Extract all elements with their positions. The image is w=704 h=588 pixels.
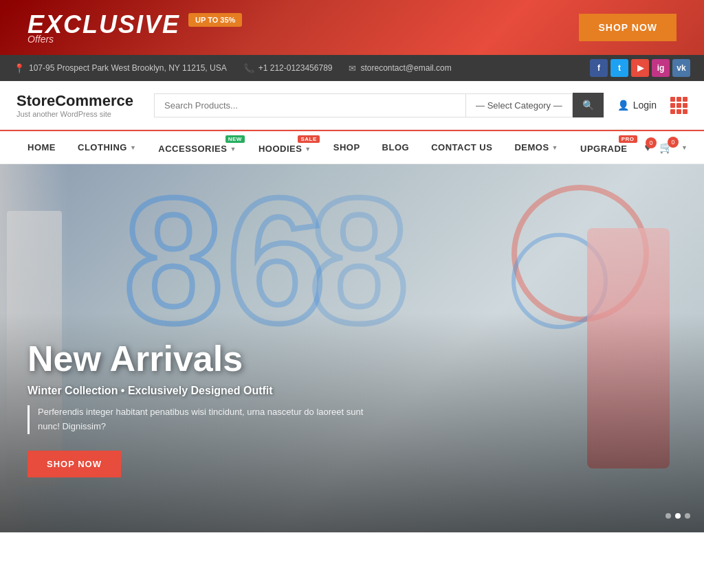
nav-item-home[interactable]: HOME	[16, 133, 67, 162]
chevron-down-icon: ▼	[552, 144, 558, 151]
phone-item: 📞 +1 212-0123456789	[243, 63, 333, 74]
instagram-button[interactable]: ig	[652, 59, 670, 77]
hero-dots	[666, 513, 690, 519]
login-label: Login	[633, 100, 657, 111]
email-text: storecontact@email.com	[360, 63, 451, 73]
search-button[interactable]: 🔍	[573, 93, 604, 117]
phone-text: +1 212-0123456789	[258, 63, 333, 73]
navigation: HOME CLOTHING ▼ NEW ACCESSORIES ▼ SALE H…	[0, 130, 704, 164]
nav-item-hoodies[interactable]: SALE HOODIES ▼	[248, 131, 322, 163]
info-bar-left: 📍 107-95 Prospect Park West Brooklyn, NY…	[14, 63, 452, 74]
grid-dot	[670, 97, 675, 102]
new-badge: NEW	[226, 135, 245, 143]
email-item: ✉ storecontact@email.com	[349, 63, 451, 74]
nav-item-accessories[interactable]: NEW ACCESSORIES ▼	[147, 131, 248, 163]
header: StoreCommerce Just another WordPress sit…	[0, 81, 704, 130]
hero-dot-2[interactable]	[675, 513, 681, 519]
banner-exclusive-wrap: EXCLUSIVE Offers	[28, 10, 180, 45]
login-button[interactable]: 👤 Login	[617, 100, 657, 111]
hero-content: New Arrivals Winter Collection • Exclusi…	[28, 338, 371, 477]
location-icon: 📍	[14, 63, 25, 74]
chevron-down-icon: ▼	[230, 146, 236, 152]
search-input[interactable]	[154, 93, 466, 117]
chevron-down-icon: ▼	[130, 144, 136, 151]
social-icons: f t ▶ ig vk	[590, 59, 690, 77]
hero-shop-button[interactable]: SHOP NOW	[28, 451, 121, 477]
grid-dot	[683, 109, 688, 114]
nav-item-shop[interactable]: SHOP	[322, 133, 371, 162]
chevron-down-icon: ▼	[305, 146, 311, 152]
grid-dot	[670, 109, 675, 114]
user-icon: 👤	[617, 100, 629, 111]
offers-text: Offers	[28, 34, 180, 45]
nav-item-blog[interactable]: BLOG	[371, 133, 421, 162]
facebook-button[interactable]: f	[590, 59, 608, 77]
hero-section: 8 6 8 New Arrivals Winter Collection • E…	[0, 164, 704, 532]
youtube-button[interactable]: ▶	[631, 59, 649, 77]
nav-item-clothing[interactable]: CLOTHING ▼	[67, 133, 147, 162]
grid-dot	[676, 109, 681, 114]
grid-dot	[683, 103, 688, 108]
nav-item-demos[interactable]: DEMOS ▼	[503, 133, 569, 162]
hero-dot-3[interactable]	[685, 513, 690, 519]
banner-left: EXCLUSIVE Offers UP TO 35%	[28, 10, 242, 45]
hero-dot-1[interactable]	[666, 513, 671, 519]
address-text: 107-95 Prospect Park West Brooklyn, NY 1…	[29, 63, 227, 73]
nav-right: ♥ 0 🛒 0 ▼	[645, 141, 688, 154]
sale-badge: SALE	[298, 135, 319, 143]
grid-menu-icon[interactable]	[670, 97, 688, 114]
hero-title: New Arrivals	[28, 338, 371, 379]
banner-shop-button[interactable]: SHOP NOW	[579, 14, 676, 41]
info-bar: 📍 107-95 Prospect Park West Brooklyn, NY…	[0, 55, 704, 81]
grid-dot	[676, 103, 681, 108]
logo-text: StoreCommerce	[16, 92, 140, 110]
search-area: — Select Category — 🔍	[154, 93, 604, 117]
wishlist-count: 0	[646, 137, 657, 148]
wishlist-icon[interactable]: ♥ 0	[645, 142, 652, 154]
logo-sub: Just another WordPress site	[16, 110, 140, 118]
category-select[interactable]: — Select Category —	[466, 93, 573, 117]
hero-subtitle: Winter Collection • Exclusively Designed…	[28, 385, 371, 397]
nav-left: HOME CLOTHING ▼ NEW ACCESSORIES ▼ SALE H…	[16, 131, 639, 163]
vk-button[interactable]: vk	[672, 59, 690, 77]
header-right: 👤 Login	[617, 97, 688, 114]
grid-dot	[676, 97, 681, 102]
grid-dot	[683, 97, 688, 102]
cart-count: 0	[668, 137, 679, 148]
cart-chevron-icon: ▼	[681, 144, 688, 151]
top-banner: EXCLUSIVE Offers UP TO 35% SHOP NOW	[0, 0, 704, 55]
grid-dot	[670, 103, 675, 108]
phone-icon: 📞	[243, 63, 254, 74]
nav-item-contact[interactable]: CONTACT US	[420, 133, 503, 162]
nav-item-upgrade[interactable]: PRO UPGRADE	[569, 131, 639, 163]
logo-area: StoreCommerce Just another WordPress sit…	[16, 92, 140, 118]
email-icon: ✉	[349, 63, 356, 74]
pro-badge: PRO	[619, 135, 637, 143]
cart-icon[interactable]: 🛒 0	[659, 141, 673, 154]
address-item: 📍 107-95 Prospect Park West Brooklyn, NY…	[14, 63, 227, 74]
discount-badge: UP TO 35%	[188, 13, 242, 27]
twitter-button[interactable]: t	[610, 59, 628, 77]
hero-description: Perferendis integer habitant penatibus w…	[28, 405, 371, 434]
